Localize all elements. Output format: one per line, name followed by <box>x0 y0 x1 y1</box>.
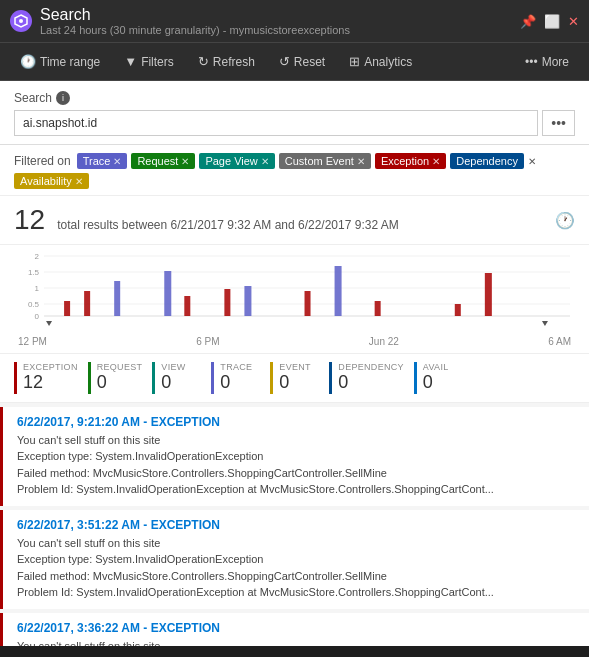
result-item-header: 6/22/2017, 3:36:22 AM - EXCEPTION <box>17 621 575 635</box>
stat-view: VIEW 0 <box>152 362 207 394</box>
stat-event: EVENT 0 <box>270 362 325 394</box>
stat-trace-label: TRACE <box>220 362 260 372</box>
refresh-label: Refresh <box>213 55 255 69</box>
svg-text:1.5: 1.5 <box>28 268 40 277</box>
search-label-text: Search <box>14 91 52 105</box>
result-item[interactable]: 6/22/2017, 9:21:20 AM - EXCEPTION You ca… <box>0 407 589 506</box>
more-dots-icon: ••• <box>525 55 538 69</box>
stat-dependency: DEPENDENCY 0 <box>329 362 410 394</box>
filters-label: Filters <box>141 55 174 69</box>
clock-icon: 🕐 <box>20 54 36 69</box>
search-info-icon[interactable]: i <box>56 91 70 105</box>
filter-icon: ▼ <box>124 54 137 69</box>
more-label: More <box>542 55 569 69</box>
svg-rect-14 <box>114 281 120 316</box>
title-bar: Search Last 24 hours (30 minute granular… <box>0 0 589 43</box>
result-item[interactable]: 6/22/2017, 3:51:22 AM - EXCEPTION You ca… <box>0 510 589 609</box>
svg-rect-18 <box>244 286 251 316</box>
svg-rect-15 <box>164 271 171 316</box>
filter-tag-custom-close[interactable]: ✕ <box>357 156 365 167</box>
result-item-body: You can't sell stuff on this site Except… <box>17 638 575 646</box>
analytics-button[interactable]: ⊞ Analytics <box>339 49 422 74</box>
filter-tag-trace[interactable]: Trace ✕ <box>77 153 128 169</box>
app-icon <box>10 10 32 32</box>
svg-rect-12 <box>64 301 70 316</box>
more-button[interactable]: ••• More <box>515 50 579 74</box>
refresh-icon: ↻ <box>198 54 209 69</box>
filter-tag-exception-close[interactable]: ✕ <box>432 156 440 167</box>
result-item-body: You can't sell stuff on this site Except… <box>17 535 575 601</box>
result-item-header: 6/22/2017, 3:51:22 AM - EXCEPTION <box>17 518 575 532</box>
reset-icon: ↺ <box>279 54 290 69</box>
filter-tag-pageview-label: Page View <box>205 155 257 167</box>
filter-tag-dependency-close[interactable]: ✕ <box>528 156 536 167</box>
filter-tag-request-close[interactable]: ✕ <box>181 156 189 167</box>
stat-view-value: 0 <box>161 372 201 394</box>
restore-button[interactable]: ⬜ <box>544 14 560 29</box>
svg-text:2: 2 <box>35 252 40 261</box>
filter-tag-exception-label: Exception <box>381 155 429 167</box>
result-item-header: 6/22/2017, 9:21:20 AM - EXCEPTION <box>17 415 575 429</box>
filter-row: Filtered on Trace ✕ Request ✕ Page View … <box>0 145 589 196</box>
stat-request-label: REQUEST <box>97 362 143 372</box>
time-range-button[interactable]: 🕐 Time range <box>10 49 110 74</box>
results-text: total results between 6/21/2017 9:32 AM … <box>57 218 399 232</box>
window-title: Search <box>40 6 350 24</box>
search-section: Search i ••• <box>0 81 589 145</box>
filter-tag-pageview-close[interactable]: ✕ <box>261 156 269 167</box>
result-item[interactable]: 6/22/2017, 3:36:22 AM - EXCEPTION You ca… <box>0 613 589 646</box>
close-button[interactable]: ✕ <box>568 14 579 29</box>
analytics-label: Analytics <box>364 55 412 69</box>
svg-point-1 <box>19 19 23 23</box>
results-count: 12 <box>14 204 45 236</box>
result-item-body: You can't sell stuff on this site Except… <box>17 432 575 498</box>
filter-tag-custom[interactable]: Custom Event ✕ <box>279 153 371 169</box>
filter-tag-trace-label: Trace <box>83 155 111 167</box>
results-header: 12 total results between 6/21/2017 9:32 … <box>0 196 589 245</box>
filter-tag-trace-close[interactable]: ✕ <box>113 156 121 167</box>
reset-label: Reset <box>294 55 325 69</box>
analytics-icon: ⊞ <box>349 54 360 69</box>
stat-avail: AVAIL 0 <box>414 362 469 394</box>
stat-dependency-label: DEPENDENCY <box>338 362 404 372</box>
svg-rect-22 <box>455 304 461 316</box>
filter-tag-request[interactable]: Request ✕ <box>131 153 195 169</box>
history-icon[interactable]: 🕐 <box>555 211 575 230</box>
svg-marker-24 <box>46 321 52 326</box>
svg-text:1: 1 <box>35 284 40 293</box>
filter-tag-custom-label: Custom Event <box>285 155 354 167</box>
search-input[interactable] <box>14 110 538 136</box>
filter-tag-exception[interactable]: Exception ✕ <box>375 153 446 169</box>
stat-event-value: 0 <box>279 372 319 394</box>
stat-event-label: EVENT <box>279 362 319 372</box>
results-list: 6/22/2017, 9:21:20 AM - EXCEPTION You ca… <box>0 407 589 646</box>
svg-text:0: 0 <box>35 312 40 321</box>
main-content: Search i ••• Filtered on Trace ✕ Request… <box>0 81 589 646</box>
stat-exception-value: 12 <box>23 372 78 394</box>
svg-rect-17 <box>224 289 230 316</box>
toolbar: 🕐 Time range ▼ Filters ↻ Refresh ↺ Reset… <box>0 43 589 81</box>
chart-section: 2 1.5 1 0.5 0 12 PM 6 PM Jun 22 <box>0 245 589 354</box>
filters-button[interactable]: ▼ Filters <box>114 49 184 74</box>
stat-dependency-value: 0 <box>338 372 404 394</box>
filter-tag-availability[interactable]: Availability ✕ <box>14 173 89 189</box>
stat-trace: TRACE 0 <box>211 362 266 394</box>
stat-avail-label: AVAIL <box>423 362 463 372</box>
svg-text:0.5: 0.5 <box>28 300 40 309</box>
svg-rect-13 <box>84 291 90 316</box>
svg-rect-19 <box>305 291 311 316</box>
stat-request: REQUEST 0 <box>88 362 149 394</box>
svg-marker-25 <box>542 321 548 326</box>
filter-tag-availability-close[interactable]: ✕ <box>75 176 83 187</box>
stat-request-value: 0 <box>97 372 143 394</box>
pin-button[interactable]: 📌 <box>520 14 536 29</box>
search-options-button[interactable]: ••• <box>542 110 575 136</box>
stats-row: EXCEPTION 12 REQUEST 0 VIEW 0 TRACE 0 EV… <box>0 354 589 403</box>
filter-tag-request-label: Request <box>137 155 178 167</box>
reset-button[interactable]: ↺ Reset <box>269 49 335 74</box>
chart-x-labels: 12 PM 6 PM Jun 22 6 AM <box>14 334 575 347</box>
time-range-label: Time range <box>40 55 100 69</box>
filter-tag-dependency[interactable]: Dependency <box>450 153 524 169</box>
filter-tag-pageview[interactable]: Page View ✕ <box>199 153 274 169</box>
refresh-button[interactable]: ↻ Refresh <box>188 49 265 74</box>
